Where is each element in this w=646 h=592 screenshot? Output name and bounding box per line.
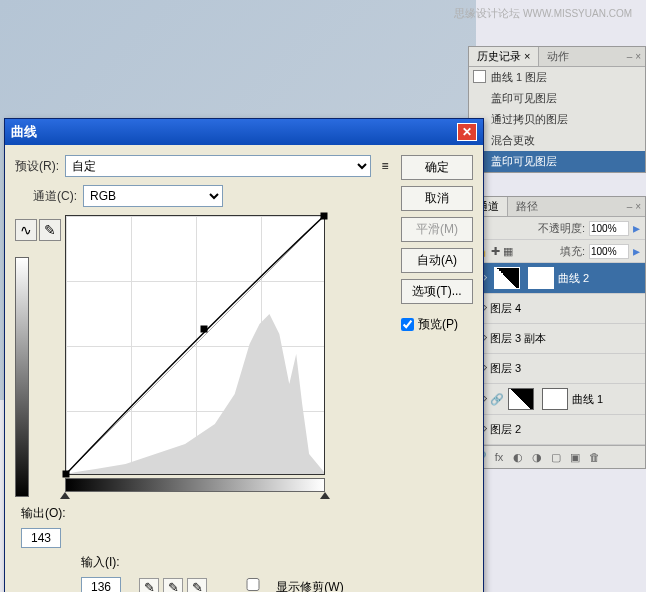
history-item[interactable]: 混合更改 bbox=[469, 130, 645, 151]
link-icon[interactable]: 🔗 bbox=[490, 393, 504, 406]
layer-name: 曲线 1 bbox=[572, 392, 603, 407]
gray-dropper-icon[interactable]: ✎ bbox=[163, 578, 183, 592]
black-dropper-icon[interactable]: ✎ bbox=[139, 578, 159, 592]
smooth-button: 平滑(M) bbox=[401, 217, 473, 242]
curve-graph[interactable] bbox=[65, 215, 325, 475]
white-dropper-icon[interactable]: ✎ bbox=[187, 578, 207, 592]
watermark: 思缘设计论坛 WWW.MISSYUAN.COM bbox=[454, 6, 632, 21]
mask-thumb-icon bbox=[528, 267, 554, 289]
folder-icon[interactable]: ▢ bbox=[548, 449, 564, 465]
fill-row: 🔒 ✚ ▦ 填充: ▸ bbox=[469, 240, 645, 263]
input-input[interactable] bbox=[81, 577, 121, 592]
watermark-text: 思缘设计论坛 bbox=[454, 7, 520, 19]
history-item[interactable]: 盖印可见图层 bbox=[469, 151, 645, 172]
channel-label: 通道(C): bbox=[33, 188, 77, 205]
output-label: 输出(O): bbox=[21, 505, 66, 522]
layer-row[interactable]: 👁曲线 2 bbox=[469, 263, 645, 294]
curves-dialog: 曲线 ✕ 预设(R): 自定 ≡ 通道(C): RGB ∿ ✎ bbox=[4, 118, 484, 592]
curve-point[interactable] bbox=[63, 471, 70, 478]
input-label: 输入(I): bbox=[81, 554, 120, 571]
fill-label: 填充: bbox=[560, 244, 585, 259]
layer-name: 曲线 2 bbox=[558, 271, 589, 286]
layer-name: 图层 3 副本 bbox=[490, 331, 546, 346]
auto-button[interactable]: 自动(A) bbox=[401, 248, 473, 273]
layer-name: 图层 2 bbox=[490, 422, 521, 437]
options-button[interactable]: 选项(T)... bbox=[401, 279, 473, 304]
preset-label: 预设(R): bbox=[15, 158, 59, 175]
dialog-title: 曲线 bbox=[11, 123, 37, 141]
output-input[interactable] bbox=[21, 528, 61, 548]
adjustment-thumb-icon bbox=[508, 388, 534, 410]
layers-list: 👁曲线 2 👁图层 4 👁图层 3 副本 👁图层 3 👁🔗曲线 1 👁图层 2 bbox=[469, 263, 645, 445]
panel-close-icon[interactable]: – × bbox=[623, 201, 645, 212]
layer-row[interactable]: 👁图层 3 bbox=[469, 354, 645, 384]
mask-thumb-icon bbox=[542, 388, 568, 410]
preview-check[interactable] bbox=[401, 318, 414, 331]
history-panel: 历史记录 × 动作 – × 曲线 1 图层 盖印可见图层 通过拷贝的图层 混合更… bbox=[468, 46, 646, 173]
input-gradient bbox=[65, 478, 325, 492]
arrow-icon[interactable]: ▸ bbox=[633, 243, 640, 259]
titlebar[interactable]: 曲线 ✕ bbox=[5, 119, 483, 145]
adjustment-icon[interactable]: ◑ bbox=[529, 449, 545, 465]
opacity-input[interactable] bbox=[589, 221, 629, 236]
layer-name: 图层 3 bbox=[490, 361, 521, 376]
tab-actions[interactable]: 动作 bbox=[539, 47, 577, 66]
adjustment-thumb-icon bbox=[494, 267, 520, 289]
history-tabbar: 历史记录 × 动作 – × bbox=[469, 47, 645, 67]
close-button[interactable]: ✕ bbox=[457, 123, 477, 141]
arrow-icon[interactable]: ▸ bbox=[633, 220, 640, 236]
watermark-url: WWW.MISSYUAN.COM bbox=[523, 8, 632, 19]
history-item[interactable]: 曲线 1 图层 bbox=[469, 67, 645, 88]
curve-line bbox=[66, 216, 324, 474]
output-gradient bbox=[15, 257, 29, 497]
opacity-label: 不透明度: bbox=[538, 221, 585, 236]
layers-panel: 通道 路径 – × ▾ 不透明度: ▸ 🔒 ✚ ▦ 填充: ▸ 👁曲线 2 👁图… bbox=[468, 196, 646, 469]
panel-close-icon[interactable]: – × bbox=[623, 51, 645, 62]
fill-input[interactable] bbox=[589, 244, 629, 259]
layer-row[interactable]: 👁图层 2 bbox=[469, 415, 645, 445]
layers-footer: 🔗 fx ◐ ◑ ▢ ▣ 🗑 bbox=[469, 445, 645, 468]
layer-row[interactable]: 👁图层 4 bbox=[469, 294, 645, 324]
fx-icon[interactable]: fx bbox=[491, 449, 507, 465]
layer-row[interactable]: 👁🔗曲线 1 bbox=[469, 384, 645, 415]
black-slider[interactable] bbox=[60, 492, 70, 499]
history-item[interactable]: 通过拷贝的图层 bbox=[469, 109, 645, 130]
svg-line-0 bbox=[66, 216, 324, 474]
history-list: 曲线 1 图层 盖印可见图层 通过拷贝的图层 混合更改 盖印可见图层 bbox=[469, 67, 645, 172]
tab-paths[interactable]: 路径 bbox=[508, 197, 546, 216]
cancel-button[interactable]: 取消 bbox=[401, 186, 473, 211]
curve-point[interactable] bbox=[321, 213, 328, 220]
pencil-tool-button[interactable]: ✎ bbox=[39, 219, 61, 241]
curve-point[interactable] bbox=[200, 326, 207, 333]
show-clip-checkbox[interactable]: 显示修剪(W) bbox=[233, 578, 344, 592]
layer-row[interactable]: 👁图层 3 副本 bbox=[469, 324, 645, 354]
opacity-row: ▾ 不透明度: ▸ bbox=[469, 217, 645, 240]
new-layer-icon[interactable]: ▣ bbox=[567, 449, 583, 465]
channel-select[interactable]: RGB bbox=[83, 185, 223, 207]
preset-select[interactable]: 自定 bbox=[65, 155, 371, 177]
trash-icon[interactable]: 🗑 bbox=[586, 449, 602, 465]
preset-menu-icon[interactable]: ≡ bbox=[377, 158, 393, 174]
history-item[interactable]: 盖印可见图层 bbox=[469, 88, 645, 109]
curve-tool-button[interactable]: ∿ bbox=[15, 219, 37, 241]
layer-name: 图层 4 bbox=[490, 301, 521, 316]
white-slider[interactable] bbox=[320, 492, 330, 499]
tab-history[interactable]: 历史记录 × bbox=[469, 47, 539, 66]
ok-button[interactable]: 确定 bbox=[401, 155, 473, 180]
layers-tabbar: 通道 路径 – × bbox=[469, 197, 645, 217]
preview-checkbox[interactable]: 预览(P) bbox=[401, 316, 473, 333]
mask-icon[interactable]: ◐ bbox=[510, 449, 526, 465]
